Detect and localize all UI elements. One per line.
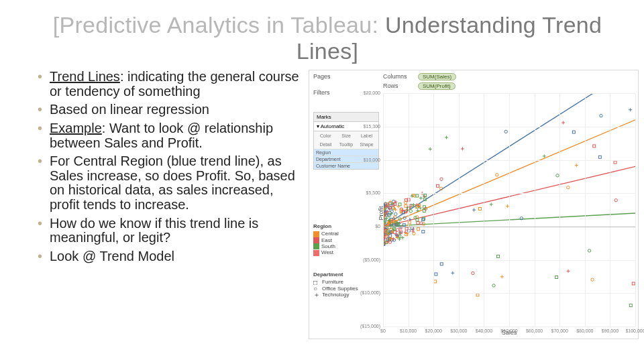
svg-rect-204 — [593, 145, 596, 147]
svg-rect-182 — [497, 255, 500, 258]
y-tick: ($15,000) — [355, 324, 380, 328]
svg-point-185 — [492, 284, 495, 287]
svg-point-153 — [396, 229, 399, 231]
svg-point-195 — [496, 174, 498, 176]
svg-point-199 — [440, 178, 443, 180]
chip-cust: Customer Name — [314, 162, 378, 169]
svg-rect-180 — [632, 282, 635, 285]
image-column: Pages Filters ColumnsSUM(Sales) RowsSUM(… — [309, 70, 639, 339]
svg-point-191 — [614, 199, 617, 202]
y-tick: $10,000 — [355, 158, 380, 162]
y-tick: $20,000 — [355, 90, 380, 95]
svg-rect-198 — [629, 304, 632, 307]
marks-row2: DetailTooltipShape — [314, 140, 378, 149]
svg-rect-190 — [555, 276, 558, 279]
svg-rect-192 — [434, 280, 437, 283]
slide-title: [Predictive Analytics in Tableau: Unders… — [38, 12, 617, 64]
svg-rect-194 — [572, 131, 575, 133]
svg-rect-184 — [478, 208, 481, 210]
bullet-item: How do we know if this trend line is mea… — [38, 217, 299, 245]
bullet-item: Example: Want to look @ relationship bet… — [38, 121, 299, 150]
svg-rect-66 — [405, 204, 407, 207]
svg-rect-172 — [422, 231, 425, 233]
text-column: Trend Lines: indicating the general cour… — [38, 70, 299, 339]
svg-point-189 — [600, 115, 602, 117]
svg-rect-186 — [435, 273, 437, 276]
columns-pill[interactable]: SUM(Sales) — [418, 73, 456, 80]
y-tick: $15,300 — [355, 124, 380, 129]
marks-header: Marks — [314, 113, 378, 122]
svg-rect-40 — [398, 203, 401, 206]
x-tick: $30,000 — [450, 328, 467, 333]
svg-rect-38 — [417, 222, 419, 225]
marks-row1: ColorSizeLabel — [314, 131, 378, 140]
bullet-item: Based on linear regression — [38, 103, 299, 117]
svg-point-107 — [409, 210, 412, 213]
svg-rect-196 — [614, 161, 616, 164]
y-tick: $0 — [355, 224, 380, 229]
x-tick: $80,000 — [576, 328, 593, 333]
x-tick: $100,000 — [625, 328, 644, 333]
bullet-item: Trend Lines: indicating the general cour… — [38, 70, 299, 99]
legend-region: Region Central East South West — [313, 223, 339, 256]
y-tick: $5,500 — [355, 190, 380, 195]
filters-shelf: Filters — [313, 89, 347, 96]
x-tick: $20,000 — [425, 328, 442, 333]
x-tick: $40,000 — [476, 328, 492, 333]
svg-point-179 — [567, 186, 570, 189]
svg-rect-82 — [417, 228, 420, 231]
svg-rect-200 — [476, 294, 479, 296]
pages-shelf: Pages — [313, 73, 347, 80]
svg-rect-188 — [436, 184, 439, 187]
svg-rect-202 — [440, 263, 443, 265]
svg-rect-178 — [598, 156, 601, 158]
x-tick: $70,000 — [551, 328, 568, 333]
rows-shelf: RowsSUM(Profit) — [383, 82, 455, 90]
columns-wrap: Trend Lines: indicating the general cour… — [38, 70, 617, 339]
scatter-plot: Profit Sales ($15,000)($10,000)($5,000)$… — [383, 93, 635, 326]
svg-point-203 — [591, 278, 594, 281]
svg-point-193 — [556, 174, 559, 177]
bullet-item: Look @ Trend Model — [38, 249, 299, 264]
columns-shelf: ColumnsSUM(Sales) — [383, 73, 456, 80]
slide: [Predictive Analytics in Tableau: Unders… — [0, 0, 644, 362]
svg-point-183 — [472, 272, 474, 275]
y-tick: ($5,000) — [355, 257, 380, 262]
title-prefix: [Predictive Analytics in Tableau: — [53, 12, 385, 38]
bullet-item: For Central Region (blue trend line), as… — [38, 154, 299, 212]
tableau-screenshot: Pages Filters ColumnsSUM(Sales) RowsSUM(… — [309, 70, 639, 339]
y-tick: ($10,000) — [355, 290, 380, 295]
x-tick: $50,000 — [500, 328, 517, 333]
chip-region: Region — [314, 149, 378, 156]
bullet-list: Trend Lines: indicating the general cour… — [38, 70, 299, 263]
legend-dept: Department □Furniture ○Office Supplies ＋… — [313, 272, 358, 298]
x-tick: $10,000 — [400, 328, 417, 333]
svg-point-201 — [588, 249, 590, 252]
x-tick: $90,000 — [602, 328, 619, 333]
rows-pill[interactable]: SUM(Profit) — [418, 82, 455, 90]
svg-point-197 — [504, 130, 507, 133]
x-tick: $0 — [380, 328, 386, 333]
svg-point-111 — [394, 213, 397, 215]
x-tick: $60,000 — [526, 328, 543, 333]
